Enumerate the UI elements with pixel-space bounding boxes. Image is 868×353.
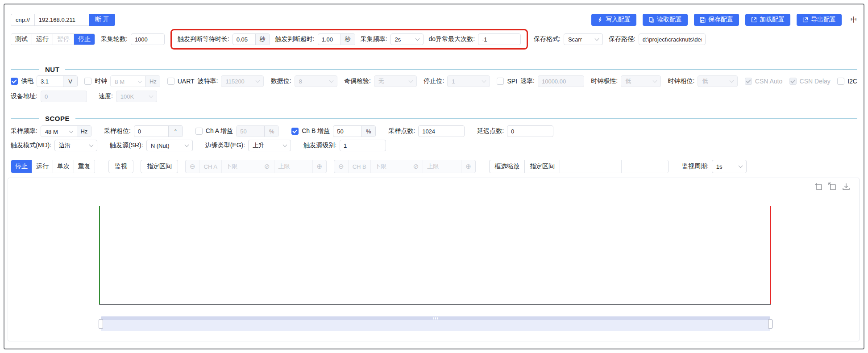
zoom-range-button[interactable]: 指定区间: [525, 160, 560, 173]
save-format-select[interactable]: Scarr: [564, 33, 603, 45]
rounds-input[interactable]: [131, 33, 165, 45]
chb-upper-input[interactable]: 上限: [423, 160, 461, 173]
datazoom-slider[interactable]: [101, 316, 770, 331]
device-addr-field: 设备地址:: [11, 91, 87, 102]
trigger-timeout-group: 秒: [318, 33, 355, 45]
box-zoom-button[interactable]: 框选缩放: [490, 160, 525, 173]
decrease-icon[interactable]: ⊖: [186, 160, 200, 173]
clock-freq-select[interactable]: 8 M: [111, 76, 145, 87]
scope-single-button[interactable]: 单次: [53, 160, 74, 173]
clock-field: 时钟 8 M Hz: [84, 75, 160, 87]
link-icon[interactable]: ⊘: [409, 160, 424, 173]
cpha-field: 时钟相位: 低: [668, 75, 738, 87]
power-voltage-input[interactable]: [37, 76, 63, 87]
datazoom-left-handle[interactable]: [99, 319, 103, 329]
delay-points-input[interactable]: [507, 125, 553, 137]
chb-lower-input[interactable]: 下限: [371, 160, 409, 173]
i2c-checkbox[interactable]: [837, 78, 844, 85]
increase-icon[interactable]: ⊕: [461, 160, 475, 173]
restore-zoom-icon[interactable]: [828, 183, 836, 191]
chb-gain-input[interactable]: [333, 126, 361, 137]
i2c-speed-field: 速度: 100K: [99, 91, 157, 102]
save-config-button[interactable]: 保存配置: [694, 14, 739, 26]
databits-select[interactable]: 8: [295, 75, 337, 87]
waveform-chart-panel: [8, 178, 860, 341]
cpol-select[interactable]: 低: [621, 75, 661, 87]
download-image-icon[interactable]: [842, 183, 850, 191]
databits-label: 数据位:: [271, 77, 291, 85]
nut-section-divider: NUT: [11, 66, 857, 73]
cpha-select[interactable]: 低: [698, 75, 738, 87]
trigger-timeout-input[interactable]: [318, 34, 341, 45]
parity-label: 奇偶检验:: [344, 77, 371, 85]
language-toggle[interactable]: 中: [851, 16, 857, 24]
link-icon[interactable]: ⊘: [260, 160, 274, 173]
scope-stop-button[interactable]: 停止: [11, 160, 32, 173]
save-format-label: 保存格式:: [534, 35, 561, 43]
zoom-range-start-input[interactable]: [560, 160, 622, 173]
cha-upper-input[interactable]: 上限: [274, 160, 313, 173]
scope-run-button[interactable]: 运行: [32, 160, 53, 173]
stopbits-field: 停止位: 1: [424, 75, 490, 87]
i2c-speed-select[interactable]: 100K: [116, 91, 157, 102]
mode-run-button[interactable]: 运行: [32, 34, 53, 45]
csn-delay-checkbox[interactable]: [789, 78, 797, 85]
edge-type-select[interactable]: 上升: [248, 140, 291, 151]
trigger-source-select[interactable]: N (Nut): [146, 140, 193, 151]
range-button[interactable]: 指定区间: [141, 160, 178, 173]
sample-points-input[interactable]: [418, 125, 465, 137]
trigger-mode-select[interactable]: 边沿: [54, 140, 97, 151]
sample-phase-input[interactable]: [134, 126, 168, 137]
trigger-level-input[interactable]: [340, 140, 386, 151]
datazoom-selection[interactable]: [101, 320, 770, 331]
scope-repeat-button[interactable]: 重复: [74, 160, 95, 173]
device-addr-input[interactable]: [41, 91, 87, 102]
increase-icon[interactable]: ⊕: [313, 160, 327, 173]
load-config-button[interactable]: 加载配置: [745, 14, 790, 26]
scope-section-title: SCOPE: [45, 115, 70, 122]
trigger-wait-input[interactable]: [233, 34, 255, 45]
baud-select[interactable]: 115200: [221, 75, 264, 87]
box-select-icon[interactable]: [814, 183, 822, 191]
cha-gain-input[interactable]: [237, 126, 264, 137]
uart-label: UART: [178, 78, 195, 85]
disconnect-button[interactable]: 断 开: [89, 14, 115, 26]
chb-checkbox[interactable]: [291, 128, 299, 135]
datazoom-grip-icon[interactable]: [433, 317, 438, 320]
decrease-icon[interactable]: ⊖: [334, 160, 349, 173]
acq-freq-select[interactable]: 2s: [390, 33, 424, 45]
clock-checkbox[interactable]: [84, 78, 91, 85]
parity-select[interactable]: 无: [374, 75, 417, 87]
zoom-range-end-input[interactable]: [622, 160, 668, 173]
csn-auto-checkbox[interactable]: [745, 78, 752, 85]
cha-checkbox[interactable]: [195, 128, 203, 135]
ip-input[interactable]: [35, 14, 89, 25]
spi-checkbox[interactable]: [497, 78, 504, 85]
cha-lower-input[interactable]: 下限: [222, 160, 260, 173]
datazoom-right-handle[interactable]: [768, 319, 772, 329]
sample-freq-select[interactable]: 48 M: [41, 126, 77, 137]
write-config-button[interactable]: 写入配置: [591, 14, 636, 26]
read-config-button[interactable]: 读取配置: [643, 14, 688, 26]
stopbits-value: 1: [452, 78, 455, 85]
chevron-down-icon: [594, 36, 599, 41]
cpol-field: 时钟极性: 低: [591, 75, 661, 87]
uart-field: UART 波特率: 115200: [167, 75, 264, 87]
chb-gain-group: %: [333, 125, 376, 137]
chevron-down-icon: [329, 78, 333, 83]
mode-stop-button[interactable]: 停止: [74, 34, 95, 45]
power-checkbox[interactable]: [11, 78, 18, 85]
spi-rate-input[interactable]: [538, 75, 584, 87]
export-config-button[interactable]: 导出配置: [797, 14, 842, 26]
do-error-input[interactable]: [478, 33, 521, 45]
delay-points-label: 延迟点数:: [477, 127, 504, 135]
edge-type-label: 边缘类型(EG):: [205, 141, 245, 150]
mode-test-button[interactable]: 测试: [11, 34, 32, 45]
stopbits-select[interactable]: 1: [447, 75, 490, 87]
save-path-input[interactable]: [639, 33, 706, 45]
uart-checkbox[interactable]: [167, 78, 174, 85]
watch-button[interactable]: 监视: [108, 160, 133, 173]
monitor-period-select[interactable]: 1s: [712, 160, 747, 173]
rounds-label: 采集轮数:: [101, 35, 128, 43]
mode-pause-button[interactable]: 暂停: [53, 34, 74, 45]
